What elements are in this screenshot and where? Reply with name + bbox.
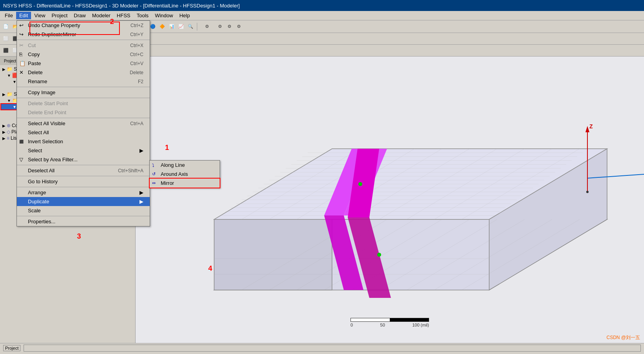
redo-label: Redo DuplicateMirror bbox=[28, 31, 76, 37]
tb-sim4[interactable]: 📈 bbox=[177, 22, 185, 31]
edit-dropdown-menu: ↩ Undo Change Property Ctrl+Z ↪ Redo Dup… bbox=[17, 20, 150, 226]
menu-copy[interactable]: ⎘ Copy Ctrl+C bbox=[17, 50, 150, 59]
mirror-label: Mirror bbox=[161, 180, 174, 186]
tb-more3[interactable]: ⚙ bbox=[225, 22, 234, 31]
delete-shortcut: Delete bbox=[122, 70, 143, 75]
menu-draw[interactable]: Draw bbox=[71, 12, 89, 19]
sep6 bbox=[17, 176, 150, 176]
sep3 bbox=[17, 98, 150, 98]
menu-modeler[interactable]: Modeler bbox=[89, 12, 114, 19]
sep4 bbox=[17, 118, 150, 118]
menu-mirror[interactable]: ⇔ Mirror bbox=[150, 179, 220, 188]
svg-marker-54 bbox=[585, 126, 589, 132]
fr4-expand: ▼ bbox=[7, 73, 11, 78]
redo-shortcut: Ctrl+Y bbox=[122, 32, 143, 37]
copy-shortcut: Ctrl+C bbox=[122, 52, 143, 57]
delete-start-label: Delete Start Point bbox=[28, 100, 68, 106]
go-to-history-label: Go to History bbox=[28, 179, 58, 184]
tb-new[interactable]: 📄 bbox=[2, 22, 10, 31]
rename-shortcut: F2 bbox=[130, 79, 143, 84]
menu-redo[interactable]: ↪ Redo DuplicateMirror Ctrl+Y bbox=[17, 30, 150, 39]
lists-icon: ≡ bbox=[7, 135, 9, 141]
menu-select-all-visible[interactable]: Select All Visible Ctrl+A bbox=[17, 119, 150, 128]
tb3-1[interactable]: ⬛ bbox=[2, 46, 10, 55]
substrate-expand: ▼ bbox=[13, 80, 17, 84]
sep5 bbox=[17, 165, 150, 165]
select-all-visible-label: Select All Visible bbox=[28, 120, 65, 126]
copy-image-label: Copy Image bbox=[28, 89, 55, 95]
menu-undo[interactable]: ↩ Undo Change Property Ctrl+Z bbox=[17, 21, 150, 30]
menu-duplicate[interactable]: Duplicate ▶ bbox=[17, 197, 150, 206]
menu-deselect-all[interactable]: Deselect All Ctrl+Shift+A bbox=[17, 166, 150, 175]
menu-view[interactable]: View bbox=[31, 12, 48, 19]
select-arrow: ▶ bbox=[139, 148, 143, 153]
menu-help[interactable]: Help bbox=[176, 12, 193, 19]
deselect-shortcut: Ctrl+Shift+A bbox=[110, 168, 143, 173]
menu-select-all[interactable]: Select All bbox=[17, 128, 150, 137]
menu-arrange[interactable]: Arrange ▶ bbox=[17, 188, 150, 197]
menu-file[interactable]: File bbox=[2, 12, 16, 19]
menu-rename[interactable]: Rename F2 bbox=[17, 77, 150, 86]
select-all-visible-shortcut: Ctrl+A bbox=[122, 121, 143, 126]
3d-viewport[interactable]: Z 0 50 100 (mil) CSDN @刘一五 bbox=[136, 57, 644, 343]
scale-bar: 0 50 100 (mil) bbox=[350, 318, 429, 327]
menu-properties[interactable]: Properties... bbox=[17, 217, 150, 226]
tb-more1[interactable]: ⚙ bbox=[199, 22, 215, 31]
menu-delete-start[interactable]: Delete Start Point bbox=[17, 99, 150, 108]
tb-sim5[interactable]: 🔍 bbox=[186, 22, 195, 31]
menu-invert-selection[interactable]: ⬛ Invert Selection bbox=[17, 137, 150, 146]
sheets-expand: ▶ bbox=[2, 92, 6, 97]
svg-point-56 bbox=[586, 191, 589, 193]
arrange-label: Arrange bbox=[28, 190, 46, 195]
menu-copy-image[interactable]: Copy Image bbox=[17, 88, 150, 97]
filter-icon: ▽ bbox=[19, 157, 26, 162]
scale-100: 100 (mil) bbox=[412, 323, 429, 327]
cut-label: Cut bbox=[28, 42, 36, 48]
unassigned-expand: ▼ bbox=[7, 99, 11, 103]
rename-label: Rename bbox=[28, 78, 47, 84]
scale-label: Scale bbox=[28, 208, 41, 213]
cut-shortcut: Ctrl+X bbox=[122, 43, 143, 48]
duplicate-submenu: ⤵ Along Line ↺ Around Axis ⇔ Mirror bbox=[149, 160, 220, 188]
around-axis-label: Around Axis bbox=[161, 171, 188, 177]
paste-shortcut: Ctrl+V bbox=[122, 61, 143, 66]
svg-point-51 bbox=[377, 253, 381, 257]
csdn-watermark: CSDN @刘一五 bbox=[606, 334, 640, 341]
around-axis-icon: ↺ bbox=[152, 172, 158, 177]
menu-paste[interactable]: 📋 Paste Ctrl+V bbox=[17, 59, 150, 68]
menu-delete[interactable]: ✕ Delete Delete bbox=[17, 68, 150, 77]
menu-select-area[interactable]: ▽ Select by Area Filter... bbox=[17, 155, 150, 164]
menu-cut[interactable]: ✂ Cut Ctrl+X bbox=[17, 41, 150, 50]
invert-selection-label: Invert Selection bbox=[28, 139, 63, 144]
tb-more2[interactable]: ⚙ bbox=[216, 22, 224, 31]
redo-icon: ↪ bbox=[19, 31, 26, 37]
tb2-1[interactable]: ⬜ bbox=[2, 35, 10, 43]
delete-icon: ✕ bbox=[19, 69, 26, 75]
sep1 bbox=[17, 40, 150, 40]
scale-50: 50 bbox=[380, 323, 385, 327]
menu-hfss[interactable]: HFSS bbox=[114, 12, 134, 19]
delete-label: Delete bbox=[28, 69, 43, 75]
menu-select[interactable]: Select ▶ bbox=[17, 146, 150, 155]
svg-text:Z: Z bbox=[589, 123, 593, 130]
menu-edit[interactable]: Edit bbox=[16, 12, 31, 19]
tb-sim2[interactable]: 🔶 bbox=[158, 22, 167, 31]
planes-expand: ▶ bbox=[2, 130, 6, 134]
delete-end-label: Delete End Point bbox=[28, 109, 66, 115]
tb-more4[interactable]: ⚙ bbox=[235, 22, 243, 31]
menu-project[interactable]: Project bbox=[48, 12, 70, 19]
deselect-all-label: Deselect All bbox=[28, 168, 55, 173]
tb-sim3[interactable]: 📊 bbox=[167, 22, 176, 31]
planes-icon: ◇ bbox=[7, 129, 10, 135]
menu-window[interactable]: Window bbox=[152, 12, 176, 19]
menu-around-axis[interactable]: ↺ Around Axis bbox=[150, 170, 220, 179]
coords-expand: ▶ bbox=[2, 124, 6, 128]
svg-point-50 bbox=[358, 182, 362, 186]
menu-go-to-history[interactable]: Go to History bbox=[17, 177, 150, 186]
menu-scale[interactable]: Scale bbox=[17, 206, 150, 215]
menu-tools[interactable]: Tools bbox=[134, 12, 152, 19]
paste-icon: 📋 bbox=[19, 60, 26, 66]
menu-delete-end[interactable]: Delete End Point bbox=[17, 108, 150, 117]
menu-along-line[interactable]: ⤵ Along Line bbox=[150, 161, 220, 170]
select-area-label: Select by Area Filter... bbox=[28, 157, 77, 162]
